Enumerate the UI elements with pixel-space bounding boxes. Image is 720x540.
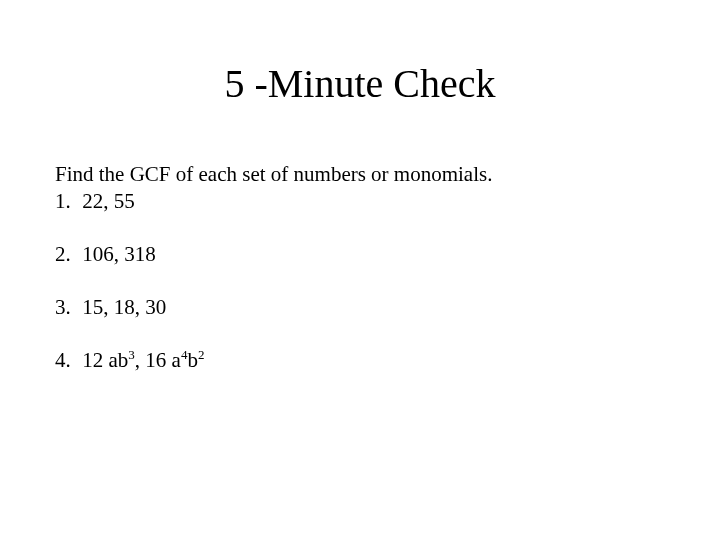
problem-1: 1. 22, 55 [55, 189, 665, 214]
problem-number: 4. [55, 348, 77, 373]
problem-text: 15, 18, 30 [82, 295, 166, 319]
slide-title: 5 -Minute Check [55, 60, 665, 107]
slide-container: 5 -Minute Check Find the GCF of each set… [0, 0, 720, 540]
problem-4: 4. 12 ab3, 16 a4b2 [55, 348, 665, 373]
problem-2: 2. 106, 318 [55, 242, 665, 267]
problem-text: 22, 55 [82, 189, 135, 213]
problem-text: 12 ab3, 16 a4b2 [82, 348, 204, 372]
problem-3: 3. 15, 18, 30 [55, 295, 665, 320]
problem-number: 1. [55, 189, 77, 214]
instruction-text: Find the GCF of each set of numbers or m… [55, 162, 665, 187]
problem-number: 3. [55, 295, 77, 320]
problem-text: 106, 318 [82, 242, 156, 266]
problem-number: 2. [55, 242, 77, 267]
